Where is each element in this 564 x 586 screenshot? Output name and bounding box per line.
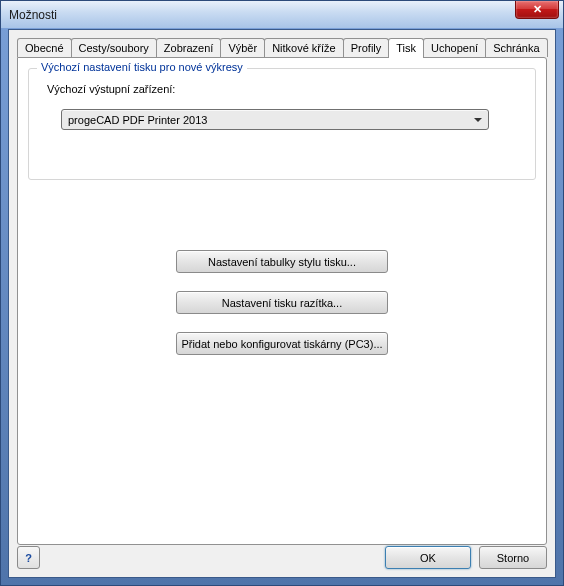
tab-zobrazeni[interactable]: Zobrazení: [156, 38, 222, 57]
mid-buttons: Nastavení tabulky stylu tisku... Nastave…: [18, 250, 546, 355]
client-area: Obecné Cesty/soubory Zobrazení Výběr Nit…: [8, 29, 556, 578]
configure-printers-button[interactable]: Přidat nebo konfigurovat tiskárny (PC3).…: [176, 332, 388, 355]
help-button[interactable]: ?: [17, 546, 40, 569]
tab-profily[interactable]: Profily: [343, 38, 390, 57]
close-icon: ✕: [533, 3, 542, 16]
tab-tisk[interactable]: Tisk: [388, 38, 424, 58]
cancel-button[interactable]: Storno: [479, 546, 547, 569]
style-tables-button[interactable]: Nastavení tabulky stylu tisku...: [176, 250, 388, 273]
group-default-print: Výchozí nastavení tisku pro nové výkresy…: [28, 68, 536, 180]
device-combo[interactable]: progeCAD PDF Printer 2013: [61, 109, 489, 130]
tab-uchopeni[interactable]: Uchopení: [423, 38, 486, 57]
tab-panel-tisk: Výchozí nastavení tisku pro nové výkresy…: [17, 57, 547, 545]
window-title: Možnosti: [9, 8, 57, 22]
help-icon: ?: [25, 552, 32, 564]
group-title: Výchozí nastavení tisku pro nové výkresy: [37, 61, 247, 73]
close-button[interactable]: ✕: [515, 1, 559, 19]
device-label: Výchozí výstupní zařízení:: [47, 83, 175, 95]
titlebar: Možnosti ✕: [1, 1, 563, 29]
tab-obecne[interactable]: Obecné: [17, 38, 72, 57]
tab-schranka[interactable]: Schránka: [485, 38, 547, 57]
stamp-settings-button[interactable]: Nastavení tisku razítka...: [176, 291, 388, 314]
bottom-bar: ? OK Storno: [17, 546, 547, 569]
options-dialog: Možnosti ✕ Obecné Cesty/soubory Zobrazen…: [0, 0, 564, 586]
device-value: progeCAD PDF Printer 2013: [68, 114, 207, 126]
tab-cesty-soubory[interactable]: Cesty/soubory: [71, 38, 157, 57]
tab-nitkove-krize[interactable]: Nitkové kříže: [264, 38, 344, 57]
tab-strip: Obecné Cesty/soubory Zobrazení Výběr Nit…: [17, 38, 547, 57]
tab-vyber[interactable]: Výběr: [220, 38, 265, 57]
ok-button[interactable]: OK: [385, 546, 471, 569]
chevron-down-icon: [474, 118, 482, 122]
